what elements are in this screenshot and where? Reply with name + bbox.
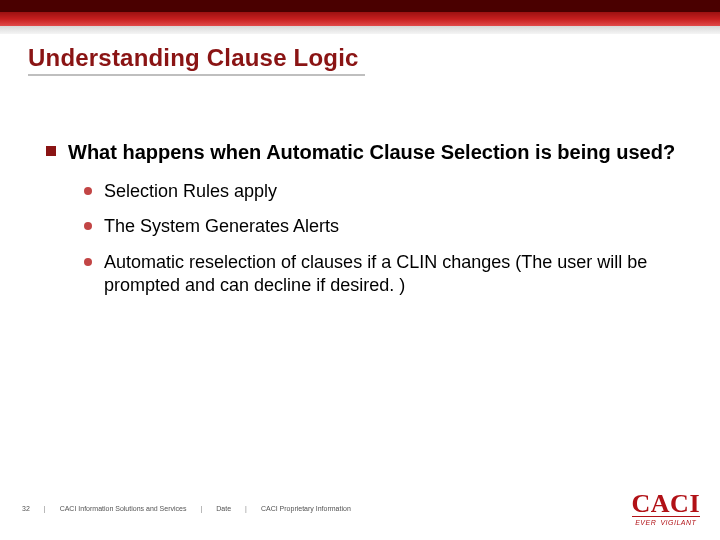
footer-proprietary: CACI Proprietary Information xyxy=(261,505,351,512)
list-item: The System Generates Alerts xyxy=(84,215,680,238)
top-band-red xyxy=(0,12,720,26)
dot-bullet-icon xyxy=(84,222,92,230)
level2-text: The System Generates Alerts xyxy=(104,215,339,238)
footer-separator: | xyxy=(245,505,247,512)
content-area: What happens when Automatic Clause Selec… xyxy=(46,140,680,310)
level2-text: Selection Rules apply xyxy=(104,180,277,203)
level1-text: What happens when Automatic Clause Selec… xyxy=(68,140,675,164)
top-band-grey xyxy=(0,26,720,34)
level1-bullet: What happens when Automatic Clause Selec… xyxy=(46,140,680,164)
footer-org: CACI Information Solutions and Services xyxy=(60,505,187,512)
slide: Understanding Clause Logic What happens … xyxy=(0,0,720,540)
logo-tagline-a: EVER xyxy=(635,519,656,526)
dot-bullet-icon xyxy=(84,187,92,195)
page-title: Understanding Clause Logic xyxy=(28,44,365,76)
square-bullet-icon xyxy=(46,146,56,156)
level2-text: Automatic reselection of clauses if a CL… xyxy=(104,251,680,298)
caci-logo: CACI EVER VIGILANT xyxy=(632,492,700,526)
footer: 32 | CACI Information Solutions and Serv… xyxy=(22,492,700,526)
logo-tagline-b: VIGILANT xyxy=(660,519,696,526)
top-band xyxy=(0,0,720,30)
dot-bullet-icon xyxy=(84,258,92,266)
level2-list: Selection Rules apply The System Generat… xyxy=(84,180,680,298)
footer-left: 32 | CACI Information Solutions and Serv… xyxy=(22,505,351,512)
footer-date-label: Date xyxy=(216,505,231,512)
footer-separator: | xyxy=(200,505,202,512)
top-band-dark xyxy=(0,0,720,12)
footer-separator: | xyxy=(44,505,46,512)
logo-text: CACI xyxy=(632,492,700,517)
page-number: 32 xyxy=(22,505,30,512)
logo-tagline: EVER VIGILANT xyxy=(632,519,700,526)
list-item: Selection Rules apply xyxy=(84,180,680,203)
list-item: Automatic reselection of clauses if a CL… xyxy=(84,251,680,298)
